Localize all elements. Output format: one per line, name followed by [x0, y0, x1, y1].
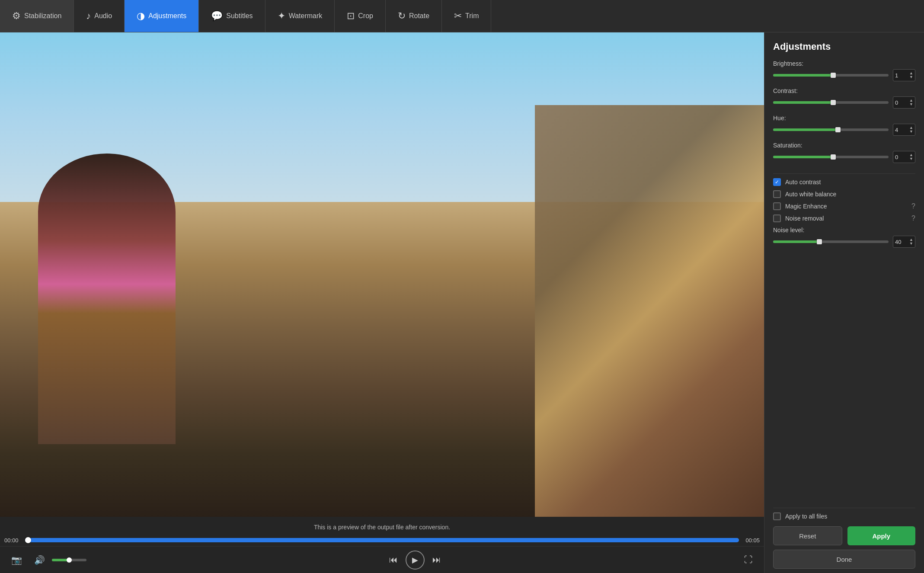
- noise-removal-help-icon[interactable]: ?: [911, 214, 915, 222]
- brightness-down[interactable]: ▼: [909, 75, 913, 79]
- subtitles-icon: 💬: [211, 10, 223, 22]
- nav-trim-label: Trim: [465, 12, 479, 20]
- nav-crop-label: Crop: [358, 12, 373, 20]
- done-button[interactable]: Done: [773, 550, 915, 569]
- contrast-value: 0: [895, 99, 898, 106]
- volume-slider[interactable]: [52, 559, 86, 561]
- brightness-thumb[interactable]: [831, 73, 836, 78]
- brightness-label: Brightness:: [773, 60, 915, 67]
- volume-thumb[interactable]: [67, 557, 72, 563]
- play-button[interactable]: ▶: [406, 551, 425, 570]
- noise-level-row: Noise level: 40 ▲ ▼: [773, 227, 915, 248]
- timeline-fill: [25, 538, 739, 542]
- noise-level-down[interactable]: ▼: [909, 242, 913, 246]
- timeline-thumb[interactable]: [25, 537, 31, 543]
- nav-audio-label: Audio: [94, 12, 112, 20]
- noise-level-slider[interactable]: [773, 240, 889, 243]
- nav-audio[interactable]: ♪ Audio: [74, 0, 125, 32]
- video-preview[interactable]: [0, 32, 764, 517]
- nav-trim[interactable]: ✂ Trim: [442, 0, 491, 32]
- noise-level-label: Noise level:: [773, 227, 915, 234]
- sidebar-title: Adjustments: [773, 41, 915, 52]
- timeline-bar[interactable]: [25, 538, 739, 542]
- magic-enhance-checkbox[interactable]: [773, 202, 781, 210]
- hue-down[interactable]: ▼: [909, 130, 913, 134]
- noise-level-value-box[interactable]: 40 ▲ ▼: [893, 236, 915, 248]
- contrast-down[interactable]: ▼: [909, 102, 913, 106]
- apply-to-all-label: Apply to all files: [785, 513, 827, 520]
- nav-watermark[interactable]: ✦ Watermark: [265, 0, 335, 32]
- volume-area: 🔊: [30, 552, 86, 568]
- hue-slider-row: 4 ▲ ▼: [773, 124, 915, 136]
- skip-forward-icon: ⏭: [432, 555, 441, 565]
- noise-level-slider-row: 40 ▲ ▼: [773, 236, 915, 248]
- saturation-spinners: ▲ ▼: [909, 153, 913, 161]
- auto-white-balance-checkbox[interactable]: [773, 190, 781, 198]
- noise-level-spinners: ▲ ▼: [909, 238, 913, 246]
- saturation-thumb[interactable]: [831, 154, 836, 160]
- video-canvas: [0, 32, 764, 517]
- nav-crop[interactable]: ⊡ Crop: [335, 0, 386, 32]
- video-area: This is a preview of the output file aft…: [0, 32, 764, 573]
- skip-forward-button[interactable]: ⏭: [428, 552, 445, 567]
- main-layout: This is a preview of the output file aft…: [0, 32, 924, 573]
- apply-button[interactable]: Apply: [847, 526, 916, 545]
- contrast-fill: [773, 101, 833, 104]
- apply-to-all-checkbox[interactable]: [773, 512, 781, 520]
- trim-icon: ✂: [454, 10, 462, 22]
- fullscreen-button[interactable]: ⛶: [740, 552, 757, 567]
- screenshot-button[interactable]: 📷: [7, 552, 26, 568]
- nav-adjustments-label: Adjustments: [148, 12, 186, 20]
- contrast-value-box[interactable]: 0 ▲ ▼: [893, 96, 915, 109]
- noise-level-fill: [773, 240, 819, 243]
- timeline-track[interactable]: 00:00 00:05: [0, 534, 764, 546]
- contrast-row: Contrast: 0 ▲ ▼: [773, 87, 915, 109]
- saturation-value-box[interactable]: 0 ▲ ▼: [893, 151, 915, 163]
- crop-icon: ⊡: [347, 10, 355, 22]
- volume-icon: 🔊: [34, 555, 45, 565]
- volume-button[interactable]: 🔊: [30, 552, 49, 568]
- saturation-slider-row: 0 ▲ ▼: [773, 151, 915, 163]
- brightness-row: Brightness: 1 ▲ ▼: [773, 60, 915, 81]
- saturation-slider[interactable]: [773, 156, 889, 158]
- nav-rotate[interactable]: ↻ Rotate: [386, 0, 442, 32]
- contrast-spinners: ▲ ▼: [909, 99, 913, 106]
- hue-thumb[interactable]: [835, 127, 841, 132]
- right-controls: ⛶: [740, 552, 757, 567]
- adjustments-icon: ◑: [137, 10, 145, 22]
- magic-enhance-label: Magic Enhance: [785, 203, 827, 210]
- hue-spinners: ▲ ▼: [909, 126, 913, 134]
- auto-contrast-checkbox[interactable]: ✓: [773, 178, 781, 186]
- figure-layer: [38, 154, 176, 444]
- brightness-value: 1: [895, 72, 898, 79]
- playback-controls: ⏮ ▶ ⏭: [90, 551, 740, 570]
- brightness-fill: [773, 74, 833, 77]
- nav-stabilization[interactable]: ⚙ Stabilization: [0, 0, 74, 32]
- top-navigation: ⚙ Stabilization ♪ Audio ◑ Adjustments 💬 …: [0, 0, 924, 32]
- watermark-icon: ✦: [278, 10, 285, 22]
- preview-label: This is a preview of the output file aft…: [0, 521, 764, 534]
- brightness-value-box[interactable]: 1 ▲ ▼: [893, 69, 915, 81]
- reset-button[interactable]: Reset: [773, 526, 842, 545]
- nav-adjustments[interactable]: ◑ Adjustments: [125, 0, 199, 32]
- hue-slider[interactable]: [773, 128, 889, 131]
- contrast-slider[interactable]: [773, 101, 889, 104]
- apply-to-all-row: Apply to all files: [773, 512, 915, 520]
- nav-subtitles[interactable]: 💬 Subtitles: [199, 0, 265, 32]
- stabilization-icon: ⚙: [12, 10, 21, 22]
- hue-value-box[interactable]: 4 ▲ ▼: [893, 124, 915, 136]
- magic-enhance-help-icon[interactable]: ?: [911, 202, 915, 210]
- saturation-down[interactable]: ▼: [909, 157, 913, 161]
- noise-level-thumb[interactable]: [817, 239, 822, 244]
- contrast-thumb[interactable]: [831, 100, 836, 105]
- noise-removal-label: Noise removal: [785, 215, 824, 222]
- skip-back-button[interactable]: ⏮: [385, 552, 402, 567]
- noise-removal-row: Noise removal ?: [773, 214, 915, 222]
- saturation-row: Saturation: 0 ▲ ▼: [773, 142, 915, 163]
- controls-bar: 📷 🔊 ⏮ ▶ ⏭: [0, 546, 764, 573]
- brightness-slider[interactable]: [773, 74, 889, 77]
- noise-removal-checkbox[interactable]: [773, 214, 781, 222]
- brightness-slider-row: 1 ▲ ▼: [773, 69, 915, 81]
- noise-level-value: 40: [895, 239, 901, 245]
- sidebar-bottom: Apply to all files Reset Apply Done: [773, 499, 915, 569]
